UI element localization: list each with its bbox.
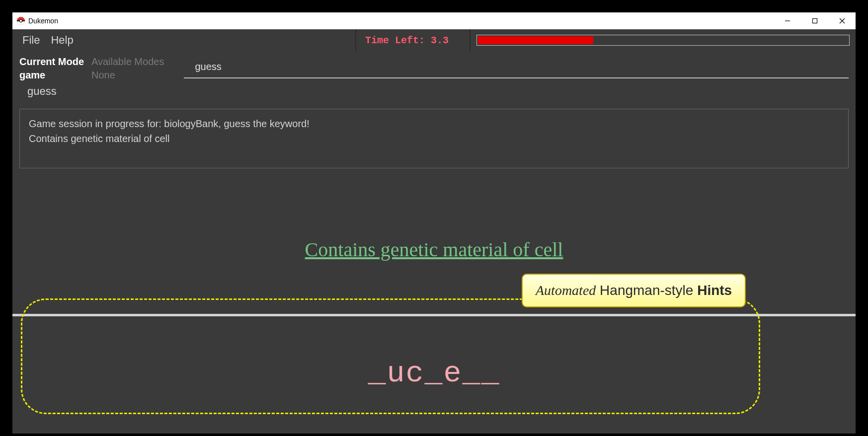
svg-point-2 [19,19,22,22]
clue-text: Contains genetic material of cell [12,238,856,261]
svg-rect-4 [812,19,817,23]
window-title: Dukemon [28,17,58,25]
menu-file[interactable]: File [22,34,40,47]
time-bar-fill [478,36,593,44]
time-bar [476,35,850,46]
app-icon [16,16,25,25]
mode-labels: Current Mode game Available Modes None [19,56,164,81]
callout-word-hints: Hints [697,283,732,298]
input-zone: guess [184,56,849,81]
titlebar-left: Dukemon [16,16,58,25]
time-bar-wrap [470,29,856,51]
mode-row: Current Mode game Available Modes None g… [12,51,856,81]
available-modes-label: Available Modes [91,56,164,68]
menu-help[interactable]: Help [51,34,73,47]
command-echo: guess [12,81,856,98]
status-line-2: Contains genetic material of cell [29,131,839,146]
maximize-button[interactable] [801,12,828,29]
minimize-button[interactable] [774,12,801,29]
app-window: Dukemon File Help Time Left: 3.3 [12,12,856,434]
masked-answer: _uc_e__ [368,357,500,390]
answer-zone: _uc_e__ [12,316,856,431]
current-mode-label: Current Mode [19,56,84,68]
time-left-label: Time Left: 3.3 [355,29,470,51]
status-line-1: Game session in progress for: biologyBan… [29,116,839,131]
callout-bubble: Automated Hangman-style Hints [522,274,746,307]
callout-word-middle: Hangman-style [596,283,697,298]
callout-word-automated: Automated [536,283,596,298]
titlebar: Dukemon [12,12,856,29]
command-input[interactable]: guess [184,59,849,78]
available-modes-value: None [91,70,164,81]
menubar: File Help [12,29,355,51]
window-controls [774,12,856,29]
topbar: File Help Time Left: 3.3 [12,29,856,51]
close-button[interactable] [828,12,856,29]
current-mode-value: game [19,70,84,81]
status-box: Game session in progress for: biologyBan… [19,109,849,168]
